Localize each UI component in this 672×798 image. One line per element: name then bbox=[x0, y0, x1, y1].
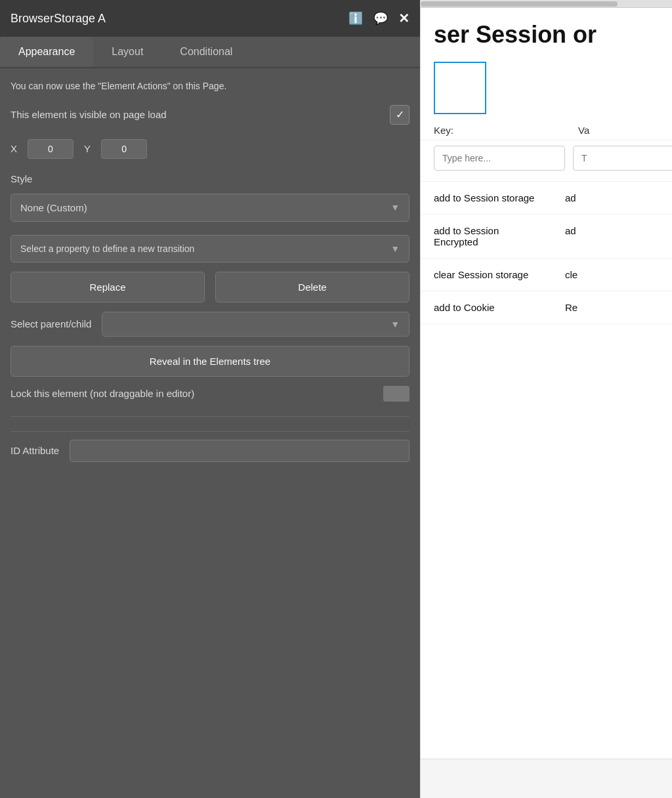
scrollbar-area[interactable] bbox=[421, 0, 672, 8]
key-val-header: Key: Va bbox=[421, 121, 672, 140]
divider bbox=[10, 416, 410, 417]
delete-button[interactable]: Delete bbox=[215, 272, 410, 303]
storage-row-2: clear Session storage cle bbox=[421, 259, 672, 291]
id-label: ID Attribute bbox=[10, 445, 59, 456]
x-label: X bbox=[10, 143, 17, 154]
visibility-row: This element is visible on page load ✓ bbox=[10, 102, 410, 127]
storage-row-1-val: ad bbox=[565, 225, 659, 236]
key-header: Key: bbox=[434, 125, 565, 136]
storage-rows: add to Session storage ad add to Session… bbox=[421, 182, 672, 324]
info-icon[interactable]: ℹ️ bbox=[348, 11, 363, 26]
parent-child-dropdown[interactable]: ▼ bbox=[102, 312, 410, 337]
scrollbar-thumb bbox=[421, 1, 618, 7]
storage-row-3-key: add to Cookie bbox=[434, 302, 565, 313]
storage-row-2-key: clear Session storage bbox=[434, 269, 565, 280]
style-label: Style bbox=[10, 173, 410, 184]
visibility-checkbox[interactable]: ✓ bbox=[390, 105, 410, 125]
transition-dropdown-arrow: ▼ bbox=[390, 243, 400, 254]
replace-button[interactable]: Replace bbox=[10, 272, 205, 303]
xy-row: X Y bbox=[10, 136, 410, 161]
right-bottom-bar bbox=[421, 759, 672, 798]
info-text: You can now use the "Element Actions" on… bbox=[10, 80, 410, 93]
blue-box bbox=[434, 62, 486, 114]
tab-conditional[interactable]: Conditional bbox=[161, 37, 251, 67]
key-input-row bbox=[421, 140, 672, 182]
parent-child-row: Select parent/child ▼ bbox=[10, 312, 410, 337]
y-input[interactable] bbox=[101, 139, 147, 159]
reveal-button[interactable]: Reveal in the Elements tree bbox=[10, 346, 410, 377]
transition-dropdown[interactable]: Select a property to define a new transi… bbox=[10, 235, 410, 262]
parent-child-dropdown-arrow: ▼ bbox=[390, 319, 400, 329]
tab-appearance[interactable]: Appearance bbox=[0, 37, 93, 67]
title-bar: BrowserStorage A ℹ️ 💬 ✕ bbox=[0, 0, 420, 37]
style-dropdown[interactable]: None (Custom) ▼ bbox=[10, 194, 410, 222]
parent-child-label: Select parent/child bbox=[10, 318, 91, 329]
left-panel: BrowserStorage A ℹ️ 💬 ✕ Appearance Layou… bbox=[0, 0, 420, 798]
style-dropdown-arrow: ▼ bbox=[390, 202, 400, 213]
tabs-bar: Appearance Layout Conditional bbox=[0, 37, 420, 68]
blue-box-row bbox=[421, 55, 672, 121]
lock-label: Lock this element (not draggable in edit… bbox=[10, 388, 194, 399]
key-input[interactable] bbox=[434, 146, 565, 171]
storage-row-0-key: add to Session storage bbox=[434, 192, 565, 203]
storage-row-0-val: ad bbox=[565, 192, 659, 203]
id-attribute-row: ID Attribute bbox=[10, 431, 410, 470]
lock-row: Lock this element (not draggable in edit… bbox=[10, 386, 410, 402]
panel-title: BrowserStorage A bbox=[10, 12, 106, 26]
storage-row-1-key: add to SessionEncrypted bbox=[434, 225, 565, 247]
action-buttons: Replace Delete bbox=[10, 272, 410, 303]
id-input[interactable] bbox=[70, 440, 410, 462]
right-panel: ser Session or Key: Va add to Session st… bbox=[420, 0, 672, 798]
comment-icon[interactable]: 💬 bbox=[373, 11, 388, 26]
val-header: Va bbox=[578, 125, 659, 136]
lock-toggle[interactable] bbox=[383, 386, 410, 402]
visibility-label: This element is visible on page load bbox=[10, 109, 167, 120]
y-label: Y bbox=[84, 143, 91, 154]
storage-row-2-val: cle bbox=[565, 269, 659, 280]
val-input[interactable] bbox=[573, 146, 672, 171]
right-panel-title: ser Session or bbox=[421, 8, 672, 55]
storage-row-0: add to Session storage ad bbox=[421, 182, 672, 215]
tab-layout[interactable]: Layout bbox=[93, 37, 161, 67]
storage-row-3: add to Cookie Re bbox=[421, 291, 672, 324]
close-icon[interactable]: ✕ bbox=[398, 10, 410, 26]
storage-row-3-val: Re bbox=[565, 302, 659, 313]
x-input[interactable] bbox=[28, 139, 74, 159]
storage-row-1: add to SessionEncrypted ad bbox=[421, 215, 672, 259]
panel-content: You can now use the "Element Actions" on… bbox=[0, 68, 420, 798]
title-bar-icons: ℹ️ 💬 ✕ bbox=[348, 10, 410, 26]
